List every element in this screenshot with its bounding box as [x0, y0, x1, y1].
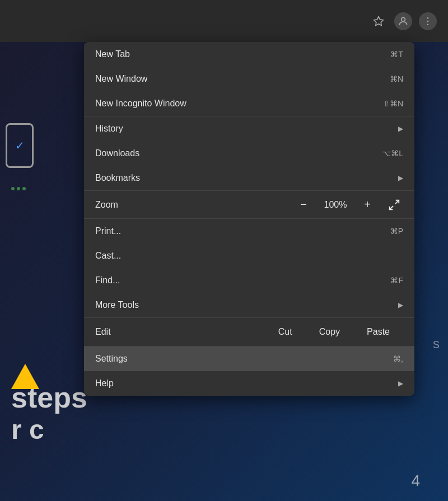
bg-sub-text: r c: [11, 414, 437, 445]
bookmarks-arrow-icon: ▶: [398, 174, 403, 182]
menu-item-cast[interactable]: Cast...: [84, 244, 414, 268]
menu-section-navigation: New Tab ⌘T New Window ⌘N New Incognito W…: [84, 42, 414, 116]
cut-button[interactable]: Cut: [265, 324, 306, 340]
menu-item-history[interactable]: History ▶: [84, 116, 414, 141]
profile-icon[interactable]: [394, 12, 412, 30]
fullscreen-button[interactable]: [385, 196, 403, 214]
context-menu: New Tab ⌘T New Window ⌘N New Incognito W…: [84, 42, 414, 396]
history-label: History: [95, 124, 123, 134]
zoom-increase-button[interactable]: +: [358, 196, 376, 214]
svg-point-3: [427, 20, 429, 22]
menu-item-settings[interactable]: Settings ⌘,: [84, 347, 414, 371]
svg-point-2: [427, 17, 429, 18]
zoom-row: Zoom − 100% +: [84, 191, 414, 219]
dot-2: [17, 187, 20, 190]
edit-actions: Cut Copy Paste: [265, 324, 403, 340]
zoom-minus-icon: −: [300, 198, 307, 211]
zoom-controls: − 100% +: [295, 196, 376, 214]
menu-item-new-tab[interactable]: New Tab ⌘T: [84, 42, 414, 67]
edit-row: Edit Cut Copy Paste: [84, 318, 414, 346]
copy-button[interactable]: Copy: [306, 324, 353, 340]
menu-button[interactable]: [419, 12, 437, 30]
zoom-label: Zoom: [95, 200, 295, 210]
menu-item-downloads[interactable]: Downloads ⌥⌘L: [84, 141, 414, 166]
copy-label: Copy: [319, 327, 340, 336]
menu-item-bookmarks[interactable]: Bookmarks ▶: [84, 166, 414, 190]
downloads-label: Downloads: [95, 148, 139, 158]
menu-item-print[interactable]: Print... ⌘P: [84, 219, 414, 244]
print-shortcut: ⌘P: [390, 227, 403, 236]
bookmarks-label: Bookmarks: [95, 173, 140, 183]
dot-3: [22, 187, 26, 190]
svg-point-1: [402, 17, 405, 21]
incognito-label: New Incognito Window: [95, 99, 186, 109]
downloads-shortcut: ⌥⌘L: [382, 149, 403, 158]
incognito-shortcut: ⇧⌘N: [383, 99, 403, 108]
edit-label: Edit: [95, 327, 265, 337]
more-tools-arrow-icon: ▶: [398, 301, 403, 309]
settings-label: Settings: [95, 354, 128, 364]
paste-label: Paste: [367, 327, 390, 336]
triangle-decoration: [11, 364, 39, 389]
zoom-decrease-button[interactable]: −: [295, 196, 312, 214]
svg-point-4: [427, 24, 429, 25]
new-window-label: New Window: [95, 74, 147, 84]
help-arrow-icon: ▶: [398, 380, 403, 387]
browser-toolbar: [0, 0, 448, 42]
find-shortcut: ⌘F: [390, 276, 403, 285]
menu-item-find[interactable]: Find... ⌘F: [84, 268, 414, 293]
svg-marker-0: [374, 16, 384, 25]
print-label: Print...: [95, 226, 121, 236]
bg-number: 4: [411, 472, 420, 490]
right-edge-text-bottom: s: [433, 336, 440, 352]
menu-section-tools: Print... ⌘P Cast... Find... ⌘F More Tool…: [84, 219, 414, 318]
menu-section-settings: Settings ⌘, Help ▶: [84, 347, 414, 396]
bookmark-star-icon[interactable]: [370, 12, 388, 30]
help-label: Help: [95, 378, 114, 388]
paste-button[interactable]: Paste: [353, 324, 403, 340]
history-arrow-icon: ▶: [398, 125, 403, 133]
settings-shortcut: ⌘,: [393, 354, 403, 363]
svg-line-6: [390, 205, 393, 209]
menu-section-browse: History ▶ Downloads ⌥⌘L Bookmarks ▶: [84, 116, 414, 191]
phone-shape: ✓: [6, 123, 34, 168]
phone-check-icon: ✓: [15, 139, 25, 152]
zoom-value-display: 100%: [321, 200, 349, 210]
new-tab-label: New Tab: [95, 49, 130, 59]
zoom-plus-icon: +: [364, 198, 371, 211]
new-tab-shortcut: ⌘T: [390, 50, 403, 59]
new-window-shortcut: ⌘N: [390, 74, 403, 83]
menu-item-help[interactable]: Help ▶: [84, 371, 414, 396]
more-tools-label: More Tools: [95, 300, 139, 310]
dots-decoration: [11, 187, 26, 190]
cut-label: Cut: [278, 327, 292, 336]
dot-1: [11, 187, 15, 190]
phone-decoration: ✓: [6, 123, 50, 179]
svg-line-5: [395, 200, 399, 203]
menu-item-new-window[interactable]: New Window ⌘N: [84, 67, 414, 91]
menu-section-edit: Edit Cut Copy Paste: [84, 318, 414, 347]
fullscreen-icon: [388, 199, 400, 211]
menu-item-more-tools[interactable]: More Tools ▶: [84, 293, 414, 317]
find-label: Find...: [95, 275, 120, 285]
cast-label: Cast...: [95, 251, 121, 261]
menu-item-incognito[interactable]: New Incognito Window ⇧⌘N: [84, 91, 414, 116]
